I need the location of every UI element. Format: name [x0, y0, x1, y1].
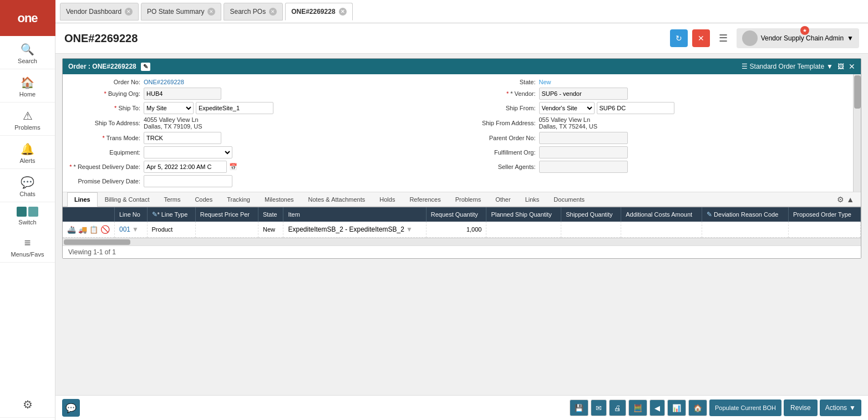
row-request-qty: 1,000	[426, 222, 486, 238]
tab-milestones[interactable]: Milestones	[257, 192, 301, 206]
populate-boh-button[interactable]: Populate Current BOH	[709, 399, 781, 416]
sidebar-item-switch[interactable]: Switch	[0, 202, 55, 230]
ship-from-name-input[interactable]	[597, 102, 674, 114]
ship-from-select[interactable]: Vendor's Site	[539, 102, 595, 114]
parent-order-input[interactable]	[539, 132, 628, 144]
user-dropdown[interactable]: ★ Vendor Supply Chain Admin ▼	[737, 28, 859, 48]
buying-org-input[interactable]	[144, 88, 221, 100]
row-planned-ship-qty	[486, 222, 561, 238]
row-deviation-reason	[702, 222, 789, 238]
tab-lines[interactable]: Lines	[67, 192, 98, 207]
template-selector[interactable]: ☰ Standard Order Template ▼	[742, 63, 833, 70]
sidebar-item-home[interactable]: 🏠 Home	[0, 69, 55, 103]
sidebar-item-search[interactable]: 🔍 Search	[0, 36, 55, 69]
vertical-scrollbar[interactable]	[853, 74, 861, 192]
refresh-button[interactable]: ↻	[670, 29, 688, 47]
problems-icon: ⚠	[23, 109, 33, 122]
form-row-state: State: New	[464, 78, 848, 86]
tab-settings-icon[interactable]: ⚙	[837, 195, 844, 204]
form-row-ship-to: Ship To: My Site	[68, 101, 453, 115]
tab-documents[interactable]: Documents	[546, 192, 592, 206]
fulfillment-org-input[interactable]	[539, 146, 628, 158]
template-icon: ☰	[742, 63, 748, 70]
row-ship-icon[interactable]: 🚢	[67, 226, 76, 234]
ship-to-address-value: 4055 Valley View LnDallas, TX 79109, US	[144, 116, 202, 130]
request-delivery-input[interactable]	[144, 161, 227, 173]
sidebar: one 🔍 Search 🏠 Home ⚠ Problems 🔔 Alerts …	[0, 0, 55, 420]
row-truck-icon[interactable]: 🚚	[78, 226, 87, 234]
line-no-dropdown[interactable]: ▼	[132, 226, 139, 233]
tab-po-state-summary[interactable]: PO State Summary ✕	[141, 3, 221, 21]
trans-mode-input[interactable]	[144, 132, 221, 144]
panel-title: Order : ONE#2269228	[68, 63, 136, 70]
sidebar-item-settings[interactable]: ⚙	[0, 391, 55, 418]
tab-label: Vendor Dashboard	[66, 8, 121, 16]
email-footer-button[interactable]: ✉	[591, 399, 607, 416]
line-no-link[interactable]: 001	[119, 226, 130, 233]
tab-close-vendor-dashboard[interactable]: ✕	[125, 8, 133, 16]
request-delivery-label: * Request Delivery Date:	[68, 163, 140, 170]
revise-button[interactable]: Revise	[784, 399, 818, 416]
tab-terms[interactable]: Terms	[156, 192, 187, 206]
tab-close-po-state-summary[interactable]: ✕	[207, 8, 215, 16]
calendar-icon[interactable]: 📅	[229, 163, 237, 171]
save-footer-button[interactable]: 💾	[570, 399, 588, 416]
app-logo[interactable]: one	[0, 0, 55, 36]
table-row: 🚢 🚚 📋 🚫 001 ▼	[63, 222, 861, 238]
sidebar-item-label: Problems	[14, 124, 40, 131]
switch-box-1	[17, 207, 27, 217]
detail-tabs: Lines Billing & Contact Terms Codes Trac…	[63, 192, 861, 258]
promise-delivery-input[interactable]	[144, 175, 232, 187]
sidebar-item-problems[interactable]: ⚠ Problems	[0, 103, 55, 136]
tab-one-2269228[interactable]: ONE#2269228 ✕	[285, 3, 352, 21]
col-header-state: State	[258, 207, 283, 222]
panel-icon-1[interactable]: 🖼	[837, 63, 844, 70]
menu-button[interactable]: ☰	[714, 29, 732, 47]
item-dropdown[interactable]: ▼	[406, 226, 413, 233]
footer-toolbar: 💬 💾 ✉ 🖨 🧮 ◀ 📊 🏠 Populate Current BOH Rev…	[55, 395, 868, 420]
back-footer-button[interactable]: ◀	[649, 399, 665, 416]
tab-other[interactable]: Other	[488, 192, 518, 206]
tab-codes[interactable]: Codes	[187, 192, 220, 206]
equipment-select[interactable]	[144, 146, 232, 158]
buying-org-label: Buying Org:	[68, 90, 140, 97]
dropdown-chevron-icon: ▼	[847, 34, 854, 42]
tab-notes-attachments[interactable]: Notes & Attachments	[301, 192, 373, 206]
home-footer-button[interactable]: 🏠	[688, 399, 707, 416]
tab-search-pos[interactable]: Search POs ✕	[224, 3, 283, 21]
tab-links[interactable]: Links	[518, 192, 547, 206]
chart-footer-button[interactable]: 📊	[667, 399, 686, 416]
tab-tracking[interactable]: Tracking	[220, 192, 257, 206]
form-row-promise-delivery: Promise Delivery Date:	[68, 174, 453, 188]
sidebar-item-chats[interactable]: 💬 Chats	[0, 169, 55, 202]
ship-to-select[interactable]: My Site	[144, 102, 194, 114]
row-proposed-order-type	[788, 222, 860, 238]
chat-button[interactable]: 💬	[62, 399, 80, 417]
tab-references[interactable]: References	[402, 192, 448, 206]
row-document-icon[interactable]: 📋	[89, 226, 98, 234]
tab-close-one-2269228[interactable]: ✕	[339, 8, 347, 16]
row-line-type: Product	[147, 222, 195, 238]
row-delete-icon[interactable]: 🚫	[100, 225, 110, 234]
actions-button[interactable]: Actions ▼	[820, 399, 861, 416]
print-footer-button[interactable]: 🖨	[609, 399, 626, 416]
table-horizontal-scrollbar[interactable]	[63, 238, 861, 245]
panel-edit-icon[interactable]: ✎	[141, 63, 150, 71]
ship-to-name-input[interactable]	[196, 102, 273, 114]
tab-problems[interactable]: Problems	[448, 192, 488, 206]
order-form-left: Order No: ONE#2269228 Buying Org: Ship T…	[63, 74, 458, 192]
tab-vendor-dashboard[interactable]: Vendor Dashboard ✕	[60, 3, 139, 21]
close-button[interactable]: ✕	[692, 29, 710, 47]
calc-footer-button[interactable]: 🧮	[628, 399, 647, 416]
sidebar-item-alerts[interactable]: 🔔 Alerts	[0, 136, 55, 169]
tab-collapse-icon[interactable]: ▲	[846, 195, 854, 204]
seller-agents-input[interactable]	[539, 161, 628, 173]
tab-close-search-pos[interactable]: ✕	[269, 8, 277, 16]
vendor-input[interactable]	[539, 88, 628, 100]
sidebar-item-menus[interactable]: ≡ Menus/Favs	[0, 230, 55, 263]
tab-holds[interactable]: Holds	[372, 192, 402, 206]
promise-delivery-label: Promise Delivery Date:	[68, 178, 140, 185]
order-panel-header: Order : ONE#2269228 ✎ ☰ Standard Order T…	[63, 59, 861, 74]
panel-close-button[interactable]: ✕	[849, 62, 855, 71]
tab-billing-contact[interactable]: Billing & Contact	[98, 192, 157, 206]
